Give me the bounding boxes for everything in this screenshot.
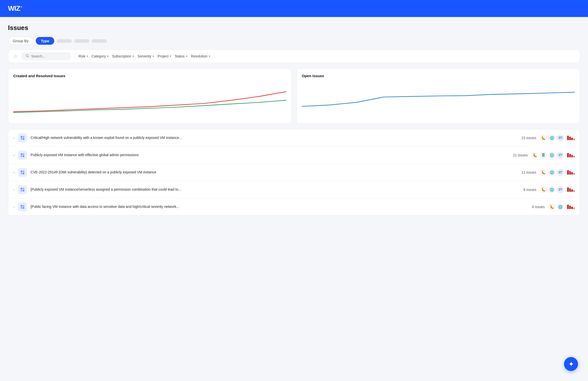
- card-icon: 🪪: [557, 134, 564, 141]
- severity-bars: [567, 187, 575, 192]
- svg-rect-2: [21, 136, 22, 138]
- issue-description: Publicly exposed VM instance with effect…: [30, 153, 504, 158]
- svg-rect-10: [21, 171, 22, 172]
- issue-count: 8 issues: [516, 188, 536, 192]
- issue-tags: 🐛 🌐 🪪: [540, 134, 564, 141]
- svg-rect-7: [23, 153, 24, 155]
- issue-type-icon: [18, 133, 27, 142]
- globe-icon: 🌐: [548, 134, 555, 141]
- table-row[interactable]: › Publicly exposed VM instance with effe…: [8, 147, 580, 164]
- severity-bars: [567, 153, 575, 157]
- table-row[interactable]: › [Publicly exposed VM instance/serverle…: [8, 181, 580, 198]
- svg-rect-4: [21, 138, 22, 140]
- resolution-chevron-icon: ▾: [209, 54, 210, 58]
- svg-rect-13: [23, 173, 24, 174]
- issues-list: › Critical/High network vulnerability wi…: [8, 129, 580, 216]
- table-row[interactable]: › Critical/High network vulnerability wi…: [8, 129, 580, 147]
- svg-rect-17: [23, 190, 24, 192]
- severity-filter[interactable]: Serverity ▾: [138, 54, 154, 58]
- svg-rect-11: [23, 171, 24, 172]
- globe-icon: 🌐: [548, 169, 555, 176]
- bug-icon: 🐛: [548, 203, 555, 210]
- severity-chevron-icon: ▾: [152, 54, 154, 58]
- svg-rect-5: [23, 138, 24, 140]
- severity-bars: [567, 205, 575, 209]
- header: WIZ+: [0, 0, 588, 17]
- category-filter[interactable]: Category ▾: [92, 54, 108, 58]
- wiz-logo: WIZ+: [8, 4, 22, 12]
- card-icon: 🪪: [557, 169, 564, 176]
- svg-rect-19: [23, 205, 24, 207]
- group-by-btn-2[interactable]: [57, 39, 72, 43]
- svg-rect-15: [23, 188, 24, 190]
- search-wrap: [21, 52, 71, 60]
- globe-icon: 🌐: [557, 203, 564, 210]
- filter-bar: ☆ Risk ▾ Category ▾ Subscription ▾ Serve…: [8, 49, 580, 63]
- group-by-row: Group By Type: [8, 37, 580, 45]
- group-by-btn-4[interactable]: [92, 39, 107, 43]
- svg-rect-3: [23, 136, 24, 138]
- open-issues-chart-title: Open Issues: [302, 74, 575, 78]
- expand-icon: ›: [13, 205, 14, 209]
- status-chevron-icon: ▾: [186, 54, 188, 58]
- issue-count: 23 issues: [516, 136, 536, 140]
- expand-icon: ›: [13, 170, 14, 175]
- subscription-filter[interactable]: Subscription ▾: [112, 54, 134, 58]
- star-icon[interactable]: ☆: [13, 53, 18, 59]
- severity-bars: [567, 170, 575, 175]
- expand-icon: ›: [13, 187, 14, 192]
- filter-divider: [75, 53, 75, 59]
- category-chevron-icon: ▾: [107, 54, 108, 58]
- issue-tags: 🐛 🌐 🪪: [540, 169, 564, 176]
- status-filter[interactable]: Status ▾: [175, 54, 188, 58]
- table-row[interactable]: › [Public facing VM instance with data a…: [8, 198, 580, 215]
- group-by-btn-3[interactable]: [74, 39, 89, 43]
- created-resolved-chart: Created and Resolved Issues: [8, 68, 292, 124]
- issue-type-icon: [18, 151, 27, 160]
- expand-icon: ›: [13, 136, 14, 140]
- project-chevron-icon: ▾: [170, 54, 171, 58]
- db-icon: 🗄: [540, 152, 547, 159]
- card-icon: 🪪: [557, 186, 564, 193]
- group-by-label: Group By: [8, 37, 33, 45]
- svg-rect-8: [21, 155, 22, 157]
- globe-icon: 🌐: [548, 186, 555, 193]
- risk-filter[interactable]: Risk ▾: [78, 54, 88, 58]
- severity-bars: [567, 136, 575, 140]
- svg-rect-6: [21, 153, 22, 155]
- issue-type-icon: [18, 168, 27, 177]
- svg-rect-18: [21, 205, 22, 207]
- issue-tags: 🐛 🌐 🪪: [540, 186, 564, 193]
- bug-icon: 🐛: [540, 186, 547, 193]
- issue-type-icon: [18, 202, 27, 211]
- search-input[interactable]: [31, 54, 66, 58]
- issue-tags: 🐛 🌐: [548, 203, 564, 210]
- main-content: Issues Group By Type ☆ Risk ▾ Category ▾…: [0, 17, 588, 223]
- issue-description: [Publicly exposed VM instance/serverless…: [30, 187, 513, 192]
- search-icon: [25, 54, 29, 59]
- issue-type-icon: [18, 185, 27, 194]
- project-filter[interactable]: Project ▾: [158, 54, 171, 58]
- created-resolved-chart-svg: [13, 81, 286, 118]
- svg-line-1: [28, 56, 29, 57]
- open-issues-chart: Open Issues: [296, 68, 580, 124]
- issue-count: 11 issues: [516, 170, 536, 174]
- charts-row: Created and Resolved Issues Open Issues: [8, 68, 580, 124]
- bug-icon: 🐛: [540, 169, 547, 176]
- bug-icon: 🐛: [531, 152, 538, 159]
- open-issues-chart-svg: [302, 81, 575, 118]
- resolution-filter[interactable]: Resolution ▾: [191, 54, 210, 58]
- issue-description: [Public facing VM instance with data acc…: [30, 204, 521, 209]
- svg-rect-16: [21, 190, 22, 192]
- svg-rect-20: [21, 207, 22, 209]
- issue-description: CVE-2022-29149 (OMI vulnerability) detec…: [30, 170, 513, 175]
- group-by-type-button[interactable]: Type: [36, 37, 54, 45]
- expand-icon: ›: [13, 153, 14, 157]
- subscription-chevron-icon: ▾: [132, 54, 134, 58]
- page-title: Issues: [8, 24, 580, 32]
- svg-rect-21: [23, 207, 24, 209]
- created-resolved-chart-title: Created and Resolved Issues: [13, 74, 286, 78]
- svg-rect-12: [21, 173, 22, 174]
- card-icon: 🪪: [557, 152, 564, 159]
- table-row[interactable]: › CVE-2022-29149 (OMI vulnerability) det…: [8, 164, 580, 181]
